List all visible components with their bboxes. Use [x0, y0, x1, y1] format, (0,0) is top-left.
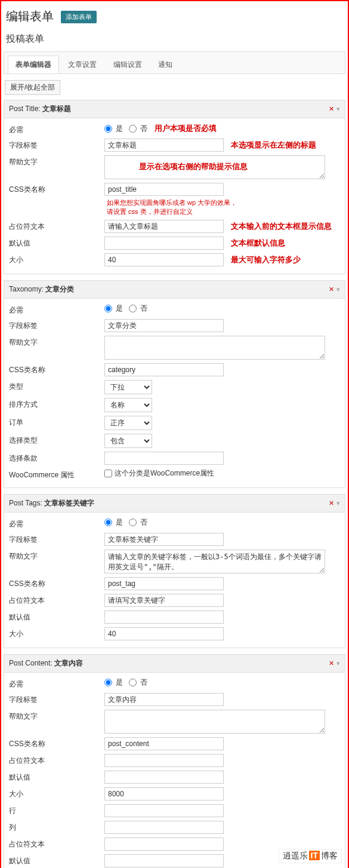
- default2-input[interactable]: [104, 854, 224, 867]
- css-input[interactable]: [104, 737, 224, 750]
- watermark: 逍遥乐IT博客: [279, 849, 342, 863]
- field-label-input[interactable]: [104, 139, 224, 152]
- cols-input[interactable]: [104, 821, 224, 834]
- placeholder-input[interactable]: [104, 220, 224, 233]
- field-label-input[interactable]: [104, 319, 224, 332]
- required-no[interactable]: [129, 125, 137, 133]
- page-title: 编辑表单 添加表单: [4, 4, 345, 30]
- collapse-icon[interactable]: ▾: [336, 499, 340, 507]
- help-textarea[interactable]: [104, 550, 325, 573]
- size-input[interactable]: [104, 253, 224, 266]
- add-form-button[interactable]: 添加表单: [61, 11, 97, 23]
- tab-notify[interactable]: 通知: [151, 56, 180, 73]
- section-post-title: Post Title: 文章标题 ✕▾ 必需 是 否 用户本项是否必填 字段标签…: [4, 100, 345, 274]
- delete-icon[interactable]: ✕: [329, 286, 334, 293]
- help-textarea[interactable]: [104, 710, 325, 734]
- css-input[interactable]: [104, 363, 224, 376]
- section-post-content: Post Content: 文章内容 ✕▾ 必需 是 否 字段标签 帮助文字 C…: [4, 654, 345, 868]
- required-yes[interactable]: [104, 305, 112, 312]
- tab-post-settings[interactable]: 文章设置: [61, 56, 104, 73]
- tab-editor[interactable]: 表单编辑器: [8, 56, 59, 73]
- required-no[interactable]: [129, 679, 137, 686]
- section-taxonomy: Taxonomy: 文章分类 ✕▾ 必需 是 否 字段标签 帮助文字 CSS类名…: [4, 280, 345, 488]
- placeholder-input[interactable]: [104, 594, 224, 607]
- required-yes[interactable]: [104, 519, 112, 526]
- required-no[interactable]: [129, 519, 137, 526]
- collapse-icon[interactable]: ▾: [336, 105, 340, 112]
- required-yes[interactable]: [104, 679, 112, 686]
- required-no[interactable]: [129, 305, 137, 312]
- field-label-input[interactable]: [104, 693, 224, 706]
- delete-icon[interactable]: ✕: [329, 499, 334, 507]
- orderby-select[interactable]: 名称: [104, 398, 152, 412]
- type-select[interactable]: 下拉: [104, 380, 152, 394]
- field-label-input[interactable]: [104, 533, 224, 546]
- collapse-icon[interactable]: ▾: [336, 286, 340, 293]
- placeholder-input[interactable]: [104, 754, 224, 767]
- default-input[interactable]: [104, 611, 224, 624]
- help-textarea[interactable]: [104, 336, 325, 360]
- default-input[interactable]: [104, 771, 224, 784]
- selcond-input[interactable]: [104, 452, 224, 465]
- rows-input[interactable]: [104, 804, 224, 817]
- section-post-tags: Post Tags: 文章标签关键字 ✕▾ 必需 是 否 字段标签 帮助文字 C…: [4, 494, 345, 648]
- delete-icon[interactable]: ✕: [329, 660, 334, 667]
- size-input[interactable]: [104, 627, 224, 640]
- seltype-select[interactable]: 包含: [104, 434, 152, 448]
- default-input[interactable]: [104, 237, 224, 250]
- form-name: 投稿表单: [4, 30, 345, 51]
- delete-icon[interactable]: ✕: [329, 105, 334, 112]
- wc-checkbox[interactable]: [104, 470, 112, 477]
- order-select[interactable]: 正序: [104, 416, 152, 430]
- css-input[interactable]: [104, 183, 224, 196]
- required-yes[interactable]: [104, 125, 112, 133]
- placeholder2-input[interactable]: [104, 838, 224, 851]
- toggle-all-button[interactable]: 展开/收起全部: [5, 80, 60, 95]
- tabs: 表单编辑器 文章设置 编辑设置 通知: [4, 51, 345, 74]
- tab-edit-settings[interactable]: 编辑设置: [106, 56, 149, 73]
- size-input[interactable]: [104, 787, 224, 800]
- css-input[interactable]: [104, 577, 224, 590]
- collapse-icon[interactable]: ▾: [336, 660, 340, 667]
